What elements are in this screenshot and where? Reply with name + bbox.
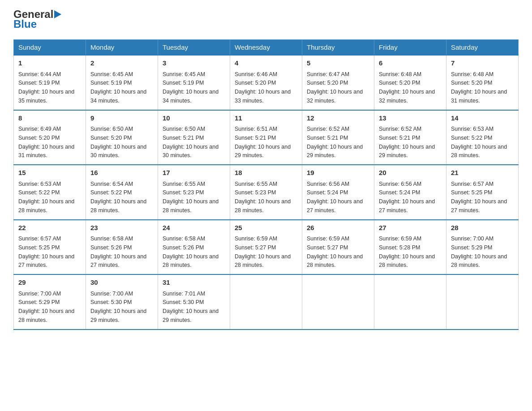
day-header-friday: Friday xyxy=(374,40,446,56)
day-sunset: Sunset: 5:27 PM xyxy=(307,244,348,251)
day-sunrise: Sunrise: 6:50 AM xyxy=(90,126,133,132)
calendar-week-row: 29 Sunrise: 7:00 AM Sunset: 5:29 PM Dayl… xyxy=(14,274,519,330)
day-sunset: Sunset: 5:25 PM xyxy=(18,244,60,251)
day-daylight: Daylight: 10 hours and 35 minutes. xyxy=(18,89,74,104)
calendar-header-row: SundayMondayTuesdayWednesdayThursdayFrid… xyxy=(14,40,519,56)
day-number: 9 xyxy=(90,113,153,124)
day-sunrise: Sunrise: 6:57 AM xyxy=(18,235,61,242)
day-sunset: Sunset: 5:19 PM xyxy=(18,80,60,86)
day-sunrise: Sunrise: 7:00 AM xyxy=(18,291,61,297)
day-daylight: Daylight: 10 hours and 28 minutes. xyxy=(307,253,363,269)
day-sunset: Sunset: 5:26 PM xyxy=(163,244,204,251)
day-sunset: Sunset: 5:23 PM xyxy=(163,189,204,196)
day-number: 14 xyxy=(451,113,514,124)
day-sunrise: Sunrise: 7:00 AM xyxy=(451,235,493,242)
day-number: 8 xyxy=(18,113,81,124)
day-number: 11 xyxy=(235,113,297,124)
day-sunrise: Sunrise: 6:47 AM xyxy=(307,71,349,77)
day-sunset: Sunset: 5:27 PM xyxy=(235,244,276,251)
day-sunrise: Sunrise: 6:52 AM xyxy=(379,126,421,132)
calendar-cell: 13 Sunrise: 6:52 AM Sunset: 5:21 PM Dayl… xyxy=(374,110,446,165)
day-header-sunday: Sunday xyxy=(14,40,86,56)
day-daylight: Daylight: 10 hours and 27 minutes. xyxy=(307,198,363,214)
calendar-cell: 23 Sunrise: 6:58 AM Sunset: 5:26 PM Dayl… xyxy=(86,220,158,275)
day-sunset: Sunset: 5:20 PM xyxy=(307,80,348,86)
day-daylight: Daylight: 10 hours and 34 minutes. xyxy=(90,89,146,104)
day-sunset: Sunset: 5:19 PM xyxy=(90,80,132,86)
calendar-table: SundayMondayTuesdayWednesdayThursdayFrid… xyxy=(13,39,519,330)
day-daylight: Daylight: 10 hours and 32 minutes. xyxy=(379,89,435,104)
calendar-cell: 4 Sunrise: 6:46 AM Sunset: 5:20 PM Dayli… xyxy=(230,55,302,110)
day-number: 18 xyxy=(235,168,297,178)
day-daylight: Daylight: 10 hours and 28 minutes. xyxy=(235,253,291,269)
day-sunrise: Sunrise: 6:52 AM xyxy=(307,126,349,132)
day-number: 31 xyxy=(163,278,225,288)
day-daylight: Daylight: 10 hours and 30 minutes. xyxy=(163,144,219,159)
day-sunset: Sunset: 5:24 PM xyxy=(307,189,348,196)
day-sunrise: Sunrise: 6:59 AM xyxy=(235,235,277,242)
day-number: 25 xyxy=(235,223,297,233)
day-sunrise: Sunrise: 6:58 AM xyxy=(163,235,205,242)
day-sunset: Sunset: 5:20 PM xyxy=(235,80,276,86)
day-sunset: Sunset: 5:26 PM xyxy=(90,244,132,251)
day-header-thursday: Thursday xyxy=(302,40,374,56)
day-sunset: Sunset: 5:22 PM xyxy=(451,135,492,141)
logo: General Blue xyxy=(13,9,62,30)
calendar-cell: 15 Sunrise: 6:53 AM Sunset: 5:22 PM Dayl… xyxy=(14,165,86,220)
calendar-week-row: 8 Sunrise: 6:49 AM Sunset: 5:20 PM Dayli… xyxy=(14,110,519,165)
calendar-cell: 24 Sunrise: 6:58 AM Sunset: 5:26 PM Dayl… xyxy=(158,220,230,275)
day-sunrise: Sunrise: 6:54 AM xyxy=(90,181,133,187)
calendar-cell: 29 Sunrise: 7:00 AM Sunset: 5:29 PM Dayl… xyxy=(14,274,86,330)
day-daylight: Daylight: 10 hours and 27 minutes. xyxy=(90,253,146,269)
day-number: 28 xyxy=(451,223,514,233)
day-sunrise: Sunrise: 7:00 AM xyxy=(90,291,133,297)
day-number: 10 xyxy=(163,113,225,124)
day-number: 2 xyxy=(90,58,153,68)
calendar-cell: 17 Sunrise: 6:55 AM Sunset: 5:23 PM Dayl… xyxy=(158,165,230,220)
day-daylight: Daylight: 10 hours and 28 minutes. xyxy=(18,308,74,323)
day-number: 24 xyxy=(163,223,225,233)
calendar-cell: 11 Sunrise: 6:51 AM Sunset: 5:21 PM Dayl… xyxy=(230,110,302,165)
day-sunset: Sunset: 5:21 PM xyxy=(379,135,420,141)
day-daylight: Daylight: 10 hours and 28 minutes. xyxy=(163,198,219,214)
day-sunrise: Sunrise: 6:45 AM xyxy=(163,71,205,77)
day-sunset: Sunset: 5:20 PM xyxy=(18,135,60,141)
day-number: 23 xyxy=(90,223,153,233)
day-sunset: Sunset: 5:22 PM xyxy=(90,189,132,196)
day-daylight: Daylight: 10 hours and 34 minutes. xyxy=(163,89,219,104)
day-number: 13 xyxy=(379,113,442,124)
day-daylight: Daylight: 10 hours and 28 minutes. xyxy=(451,253,507,269)
day-sunset: Sunset: 5:22 PM xyxy=(18,189,60,196)
day-daylight: Daylight: 10 hours and 27 minutes. xyxy=(379,198,435,214)
day-sunrise: Sunrise: 6:58 AM xyxy=(90,235,133,242)
day-sunset: Sunset: 5:25 PM xyxy=(451,189,492,196)
day-sunrise: Sunrise: 6:55 AM xyxy=(163,181,205,187)
calendar-week-row: 1 Sunrise: 6:44 AM Sunset: 5:19 PM Dayli… xyxy=(14,55,519,110)
day-sunrise: Sunrise: 7:01 AM xyxy=(163,291,205,297)
day-sunrise: Sunrise: 6:46 AM xyxy=(235,71,277,77)
day-sunset: Sunset: 5:21 PM xyxy=(163,135,204,141)
calendar-cell: 5 Sunrise: 6:47 AM Sunset: 5:20 PM Dayli… xyxy=(302,55,374,110)
calendar-cell: 14 Sunrise: 6:53 AM Sunset: 5:22 PM Dayl… xyxy=(446,110,519,165)
day-daylight: Daylight: 10 hours and 27 minutes. xyxy=(18,253,74,269)
day-number: 20 xyxy=(379,168,442,178)
day-sunset: Sunset: 5:21 PM xyxy=(307,135,348,141)
calendar-cell: 7 Sunrise: 6:48 AM Sunset: 5:20 PM Dayli… xyxy=(446,55,519,110)
day-sunset: Sunset: 5:28 PM xyxy=(379,244,420,251)
day-sunset: Sunset: 5:20 PM xyxy=(451,80,492,86)
day-header-tuesday: Tuesday xyxy=(158,40,230,56)
day-number: 1 xyxy=(18,58,81,68)
day-daylight: Daylight: 10 hours and 28 minutes. xyxy=(18,198,74,214)
day-daylight: Daylight: 10 hours and 29 minutes. xyxy=(163,308,219,323)
calendar-cell: 26 Sunrise: 6:59 AM Sunset: 5:27 PM Dayl… xyxy=(302,220,374,275)
day-sunset: Sunset: 5:30 PM xyxy=(163,299,204,305)
day-sunrise: Sunrise: 6:55 AM xyxy=(235,181,277,187)
day-daylight: Daylight: 10 hours and 27 minutes. xyxy=(451,198,507,214)
day-number: 16 xyxy=(90,168,153,178)
day-sunset: Sunset: 5:23 PM xyxy=(235,189,276,196)
calendar-cell: 31 Sunrise: 7:01 AM Sunset: 5:30 PM Dayl… xyxy=(158,274,230,330)
day-daylight: Daylight: 10 hours and 28 minutes. xyxy=(235,198,291,214)
day-number: 27 xyxy=(379,223,442,233)
day-sunrise: Sunrise: 6:53 AM xyxy=(451,126,493,132)
calendar-cell: 30 Sunrise: 7:00 AM Sunset: 5:30 PM Dayl… xyxy=(86,274,158,330)
